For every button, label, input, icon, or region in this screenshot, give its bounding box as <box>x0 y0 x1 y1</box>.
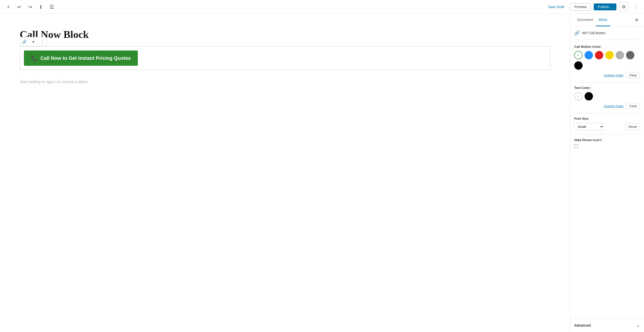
clear-button-2[interactable]: Clear <box>626 103 640 109</box>
tab-document[interactable]: Document <box>574 14 596 26</box>
add-block-button[interactable]: ＋ <box>4 2 13 11</box>
color-swatch-green-selected[interactable]: ✓ <box>574 51 582 59</box>
advanced-section[interactable]: Advanced ⌄ <box>570 319 644 332</box>
font-size-label: Font Size <box>574 117 640 120</box>
text-color-swatch-black[interactable] <box>584 92 593 100</box>
preview-button[interactable]: Preview <box>570 3 591 10</box>
text-color-label: Text Color: <box>574 86 640 90</box>
custom-color-link-1[interactable]: Custom Color <box>604 73 623 77</box>
sidebar-close-button[interactable]: ✕ <box>633 16 640 23</box>
color-swatch-black-1[interactable] <box>574 61 582 70</box>
phone-icon: 📞 <box>31 55 38 61</box>
more-options-button[interactable]: ⋮ <box>631 2 640 11</box>
topbar-right: Save Draft Preview Publish… ⚙ ⋮ <box>545 2 640 11</box>
color-swatch-yellow[interactable] <box>605 51 614 59</box>
block-more-button[interactable]: ⋮ <box>38 37 46 46</box>
settings-button[interactable]: ⚙ <box>619 2 628 11</box>
custom-color-link-2[interactable]: Custom Color <box>604 104 623 108</box>
block-edit-button[interactable]: 🔗 <box>20 37 29 46</box>
info-button[interactable]: ℹ <box>36 2 45 11</box>
undo-button[interactable]: ↩ <box>15 2 24 11</box>
block-label-text: WP Call Button <box>582 31 606 35</box>
text-color-swatch-white[interactable]: ✓ <box>574 92 582 100</box>
wp-call-button-icon: 🔗 <box>574 30 580 36</box>
sidebar-content: 🔗 WP Call Button Call Button Color: ✓ Cu… <box>570 26 644 319</box>
color-swatch-darkgray[interactable] <box>626 51 634 59</box>
font-size-reset-button[interactable]: Reset <box>625 123 640 130</box>
divider-2 <box>574 113 640 113</box>
block-toolbar: 🔗 ▾ ⋮ <box>20 37 47 46</box>
block-label-row: 🔗 WP Call Button <box>574 30 640 40</box>
hide-phone-checkbox[interactable] <box>574 144 578 148</box>
clear-button-1[interactable]: Clear <box>626 72 640 78</box>
text-color-swatches: ✓ <box>574 92 640 100</box>
topbar: ＋ ↩ ↪ ℹ ☰ Save Draft Preview Publish… ⚙ … <box>0 0 644 14</box>
sidebar: Document Block ✕ 🔗 WP Call Button Call B… <box>570 14 644 332</box>
block-type-button[interactable]: ▾ <box>29 37 38 46</box>
chevron-down-icon: ⌄ <box>636 323 640 328</box>
list-view-button[interactable]: ☰ <box>47 2 56 11</box>
call-now-button[interactable]: 📞 Call Now to Get Instant Pricing Quotes <box>24 50 138 66</box>
color-swatch-red[interactable] <box>595 51 603 59</box>
publish-button[interactable]: Publish… <box>594 3 616 10</box>
color-swatch-blue[interactable] <box>584 51 593 59</box>
divider-3 <box>574 134 640 134</box>
save-draft-button[interactable]: Save Draft <box>545 3 567 10</box>
topbar-left: ＋ ↩ ↪ ℹ ☰ <box>4 2 56 11</box>
editor-area: Call Now Block 🔗 ▾ ⋮ 📞 Call Now to Get I… <box>0 14 570 332</box>
call-button-color-swatches: ✓ <box>574 51 640 70</box>
main-layout: Call Now Block 🔗 ▾ ⋮ 📞 Call Now to Get I… <box>0 14 644 332</box>
font-size-row: Small Medium Large Larger Reset <box>574 123 640 131</box>
call-button-color-label: Call Button Color: <box>574 45 640 48</box>
hide-phone-label: Hide Phone Icon?: <box>574 138 640 142</box>
block-container: 🔗 ▾ ⋮ 📞 Call Now to Get Instant Pricing … <box>20 46 550 70</box>
font-size-select[interactable]: Small Medium Large Larger <box>574 123 604 131</box>
divider-1 <box>574 82 640 82</box>
editor-placeholder[interactable]: Start writing or type / to choose a bloc… <box>20 80 550 84</box>
call-button-text: Call Now to Get Instant Pricing Quotes <box>40 55 131 61</box>
text-color-actions: Custom Color Clear <box>574 103 640 109</box>
hide-phone-checkbox-label[interactable] <box>574 144 640 148</box>
advanced-label: Advanced <box>574 323 591 327</box>
sidebar-tabs: Document Block ✕ <box>570 14 644 26</box>
call-button-block: 📞 Call Now to Get Instant Pricing Quotes <box>20 46 550 70</box>
tab-block[interactable]: Block <box>596 14 610 26</box>
redo-button[interactable]: ↪ <box>26 2 34 11</box>
page-title: Call Now Block <box>20 28 550 40</box>
color-swatch-lightgray[interactable] <box>616 51 624 59</box>
call-button-color-actions: Custom Color Clear <box>574 72 640 78</box>
hide-phone-row: Hide Phone Icon?: <box>574 138 640 148</box>
